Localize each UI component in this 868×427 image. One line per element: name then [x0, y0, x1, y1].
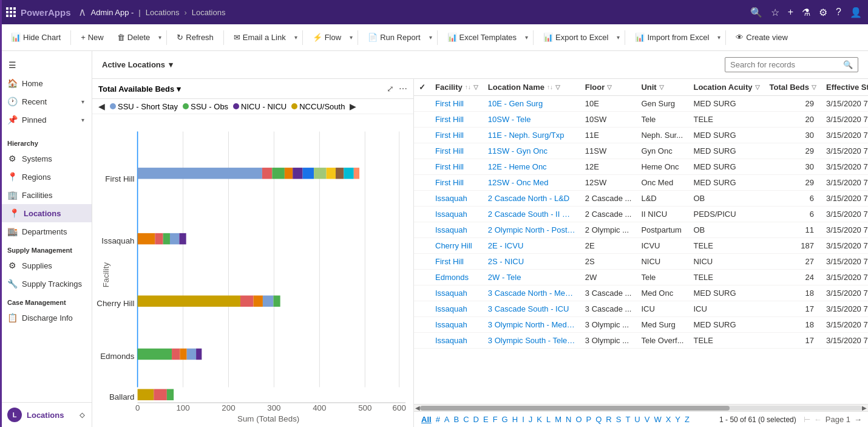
state-date-col-header[interactable]: Effective State Date ▽	[821, 79, 868, 96]
export-excel-button[interactable]: 📊 Export to Excel	[538, 30, 613, 44]
add-icon[interactable]: +	[788, 7, 793, 18]
delete-dropdown-icon[interactable]: ▾	[158, 34, 161, 41]
row-facility[interactable]: Issaquah	[430, 285, 483, 301]
alpha-nav-V[interactable]: V	[643, 414, 651, 425]
row-facility[interactable]: Edmonds	[430, 270, 483, 285]
alpha-nav-#[interactable]: #	[435, 414, 441, 425]
alpha-nav-All[interactable]: All	[420, 414, 433, 425]
breadcrumb-locations2[interactable]: Locations	[192, 8, 226, 17]
run-report-dropdown[interactable]: ▾	[429, 34, 432, 41]
scroll-thumb[interactable]	[420, 406, 730, 411]
alpha-nav-F[interactable]: F	[492, 414, 499, 425]
sidebar-item-home[interactable]: 🏠 Home	[0, 74, 92, 92]
alpha-nav-K[interactable]: K	[535, 414, 543, 425]
search-input[interactable]	[730, 60, 839, 69]
sidebar-item-recent[interactable]: 🕐 Recent ▾	[0, 92, 92, 111]
flow-button[interactable]: ⚡ Flow	[308, 30, 346, 44]
legend-prev-button[interactable]: ◀	[98, 101, 105, 111]
new-button[interactable]: + New	[76, 30, 109, 44]
row-facility[interactable]: First Hill	[430, 128, 483, 143]
sidebar-item-pinned[interactable]: 📌 Pinned ▾	[0, 111, 92, 129]
scroll-left-icon[interactable]: ◀	[415, 405, 420, 411]
row-location-name[interactable]: 10SW - Tele	[483, 112, 580, 128]
alpha-nav-A[interactable]: A	[443, 414, 451, 425]
row-facility[interactable]: Issaquah	[430, 317, 483, 333]
row-location-name[interactable]: 2 Olympic North - Postpartum	[483, 222, 580, 238]
alpha-nav-H[interactable]: H	[511, 414, 519, 425]
search-icon[interactable]: 🔍	[843, 60, 853, 69]
brand-logo[interactable]: PowerApps	[21, 7, 71, 18]
chart-expand-button[interactable]: ⤢	[387, 84, 394, 94]
row-facility[interactable]: Issaquah	[430, 222, 483, 238]
email-link-button[interactable]: ✉ Email a Link	[229, 30, 291, 44]
alpha-nav-R[interactable]: R	[605, 414, 612, 425]
facility-filter-icon[interactable]: ▽	[473, 84, 478, 91]
row-facility[interactable]: First Hill	[430, 159, 483, 175]
alpha-nav-N[interactable]: N	[565, 414, 572, 425]
sidebar-item-regions[interactable]: 📍 Regions	[0, 168, 92, 186]
alpha-nav-I[interactable]: I	[521, 414, 526, 425]
row-location-name[interactable]: 11E - Neph. Surg/Txp	[483, 128, 580, 143]
row-location-name[interactable]: 2 Cascade South - II NICU	[483, 207, 580, 222]
unit-filter-icon[interactable]: ▽	[659, 84, 664, 91]
alpha-nav-G[interactable]: G	[501, 414, 509, 425]
refresh-button[interactable]: ↻ Refresh	[172, 30, 219, 44]
alpha-nav-W[interactable]: W	[653, 414, 662, 425]
export-dropdown[interactable]: ▾	[617, 34, 620, 41]
row-location-name[interactable]: 3 Cascade South - ICU	[483, 301, 580, 317]
alpha-nav-X[interactable]: X	[665, 414, 673, 425]
facility-col-header[interactable]: Facility ↑↓ ▽	[430, 79, 483, 96]
alpha-nav-J[interactable]: J	[527, 414, 534, 425]
alpha-nav-B[interactable]: B	[453, 414, 461, 425]
scroll-right-icon[interactable]: ▶	[862, 405, 867, 411]
alpha-nav-Z[interactable]: Z	[683, 414, 691, 425]
location-filter-icon[interactable]: ▽	[555, 84, 560, 91]
row-facility[interactable]: Issaquah	[430, 333, 483, 349]
row-location-name[interactable]: 3 Olympic South - Tele Overflow	[483, 333, 580, 349]
alpha-nav-Y[interactable]: Y	[674, 414, 682, 425]
row-location-name[interactable]: 3 Cascade North - Med Onc	[483, 285, 580, 301]
sidebar-item-supplies[interactable]: ⚙ Supplies	[0, 256, 92, 275]
flow-dropdown-icon[interactable]: ▾	[350, 34, 353, 41]
row-facility[interactable]: Issaquah	[430, 191, 483, 207]
sidebar-item-facilities[interactable]: 🏢 Facilities	[0, 186, 92, 204]
breadcrumb-locations1[interactable]: Locations	[146, 8, 180, 17]
alpha-nav-D[interactable]: D	[472, 414, 480, 425]
row-facility[interactable]: First Hill	[430, 254, 483, 270]
chart-title-button[interactable]: Total Available Beds ▾	[98, 84, 181, 94]
row-facility[interactable]: First Hill	[430, 175, 483, 191]
grid-table-wrapper[interactable]: ✓ Facility ↑↓ ▽	[414, 79, 868, 404]
sidebar-item-supply-trackings[interactable]: 🔧 Supply Trackings	[0, 275, 92, 293]
beds-filter-icon[interactable]: ▽	[812, 84, 816, 91]
row-location-name[interactable]: 2E - ICVU	[483, 238, 580, 254]
settings-icon[interactable]: ⚙	[819, 7, 827, 18]
row-location-name[interactable]: 11SW - Gyn Onc	[483, 143, 580, 159]
beds-col-header[interactable]: Total Beds ▽	[765, 79, 822, 96]
help-icon[interactable]: ?	[836, 7, 841, 18]
location-name-col-header[interactable]: Location Name ↑↓ ▽	[483, 79, 580, 96]
row-location-name[interactable]: 2S - NICU	[483, 254, 580, 270]
row-facility[interactable]: Issaquah	[430, 301, 483, 317]
sidebar-item-systems[interactable]: ⚙ Systems	[0, 149, 92, 168]
sidebar-hamburger[interactable]: ☰	[0, 56, 92, 74]
acuity-filter-icon[interactable]: ▽	[755, 84, 760, 91]
alpha-nav-P[interactable]: P	[585, 414, 593, 425]
chart-more-button[interactable]: ⋯	[399, 84, 407, 94]
email-dropdown-icon[interactable]: ▾	[294, 34, 297, 41]
excel-templates-button[interactable]: 📊 Excel Templates	[442, 30, 521, 44]
alpha-nav-L[interactable]: L	[545, 414, 552, 425]
row-facility[interactable]: First Hill	[430, 112, 483, 128]
alpha-nav-C[interactable]: C	[462, 414, 470, 425]
alpha-nav-T[interactable]: T	[624, 414, 631, 425]
row-location-name[interactable]: 12SW - Onc Med	[483, 175, 580, 191]
prev-page-button[interactable]: ←	[814, 415, 822, 424]
row-location-name[interactable]: 2W - Tele	[483, 270, 580, 285]
floor-filter-icon[interactable]: ▽	[607, 84, 612, 91]
row-location-name[interactable]: 10E - Gen Surg	[483, 96, 580, 112]
row-location-name[interactable]: 2 Cascade North - L&D	[483, 191, 580, 207]
row-facility[interactable]: First Hill	[430, 96, 483, 112]
sidebar-item-locations[interactable]: 📍 Locations	[0, 204, 92, 222]
excel-templates-dropdown[interactable]: ▾	[525, 34, 528, 41]
filter-nav-icon[interactable]: ⚗	[802, 7, 810, 18]
footer-chevron-icon[interactable]: ◇	[80, 411, 84, 419]
